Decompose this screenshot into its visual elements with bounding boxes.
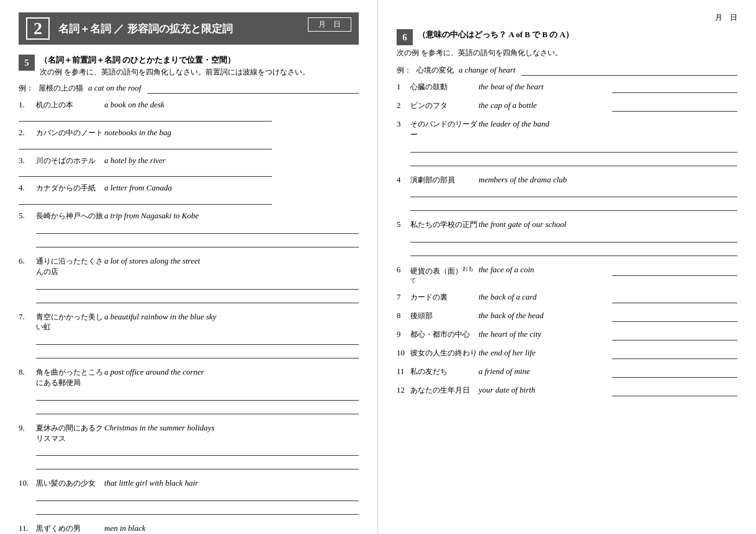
answer-line[interactable] [36,334,359,345]
item-japanese: 通りに沿ったたくさんの店 [36,256,104,277]
answer-line[interactable] [36,278,359,290]
date-box-left: 月 日 [308,17,351,32]
item-number: 8 [397,311,410,321]
item-number: 1. [19,100,36,110]
answer-line[interactable] [410,141,737,153]
page-right: 月 日 6 （意味の中心はどっち？ A of B で B の A） 次の例 を参… [378,0,756,534]
item-japanese: 黒ずくめの男 [36,523,104,534]
item-japanese: 夏休みの間にあるクリスマス [36,423,104,444]
item-japanese: 川のそばのホテル [36,156,104,166]
list-item: 2. カバンの中のノート notebooks in the bag [19,128,359,153]
answer-line[interactable] [36,504,359,515]
item-number: 9. [19,423,36,433]
answer-line[interactable] [19,194,272,205]
section6-example-english: a change of heart [459,65,515,75]
answer-line[interactable] [36,389,359,401]
answer-line[interactable] [36,347,359,358]
section6-header: 6 （意味の中心はどっち？ A of B で B の A） [397,29,737,45]
example-label: 例： [19,83,34,94]
item-japanese: 私の友だち [410,367,479,377]
answer-lines [36,389,359,417]
answer-line[interactable] [410,245,737,256]
item-number: 5 [397,220,410,229]
answer-line[interactable] [19,110,272,122]
chapter-title: 名詞＋名詞 ／ 形容詞の拡充と限定詞 [58,22,233,36]
list-item: 8 後頭部 the back of the head [397,311,737,326]
answer-line[interactable] [612,385,738,396]
section5-number: 5 [19,55,35,71]
section6-example-japanese: 心境の変化 [416,65,454,76]
answer-line[interactable] [36,292,359,303]
answer-line[interactable] [410,186,737,197]
answer-line[interactable] [410,200,737,211]
answer-line[interactable] [410,231,737,243]
answer-line[interactable] [36,445,359,456]
item-japanese: ビンのフタ [410,100,479,111]
answer-line[interactable] [19,166,272,177]
answer-line[interactable] [36,403,359,414]
answer-line[interactable] [612,367,738,378]
item-english: the back of the head [479,311,607,321]
list-item: 6. 通りに沿ったたくさんの店 a lot of stores along th… [19,256,359,309]
answer-line[interactable] [612,348,738,359]
item-number: 2. [19,128,36,138]
list-item: 12 あなたの生年月日 your date of birth [397,385,737,400]
item-japanese: 私たちの学校の正門 [410,220,479,230]
section6-number: 6 [397,29,413,45]
item-english: a friend of mine [479,367,607,376]
section5-title: （名詞＋前置詞＋名詞 のひとかたまりで位置・空間） [40,55,359,66]
item-japanese: 机の上の本 [36,100,104,110]
answer-line[interactable] [36,490,359,501]
section6-example-line[interactable] [521,65,737,76]
answer-lines [410,141,737,169]
item-number: 9 [397,329,410,339]
answer-line[interactable] [36,458,359,469]
list-item: 4. カナダからの手紙 a letter from Canada [19,183,359,208]
answer-lines [36,445,359,472]
section5-items: 1. 机の上の本 a book on the desk 2. カバンの中のノート… [19,100,359,534]
answer-lines [36,334,359,361]
answer-line[interactable] [36,236,359,247]
item-english: men in black [104,523,359,533]
answer-line[interactable] [410,155,737,166]
list-item: 7 カードの裏 the back of a card [397,292,737,307]
section6-subtitle: 次の例 を参考に、英語の語句を四角化しなさい。 [397,48,737,58]
answer-line[interactable] [612,292,738,303]
answer-line[interactable] [19,138,272,149]
answer-lines [410,186,737,213]
item-japanese: 彼女の人生の終わり [410,348,479,358]
answer-line[interactable] [612,265,738,276]
item-number: 5. [19,211,36,221]
answer-line[interactable] [612,329,738,340]
answer-line[interactable] [612,311,738,322]
answer-line[interactable] [36,223,359,234]
list-item: 6 硬貨の表（面）おもて the face of a coin [397,265,737,288]
answer-lines [36,223,359,250]
answer-line[interactable] [612,82,738,93]
list-item: 10 彼女の人生の終わり the end of her life [397,348,737,363]
list-item: 9. 夏休みの間にあるクリスマス Christmas in the summer… [19,423,359,476]
list-item: 4 演劇部の部員 members of the drama club [397,175,737,216]
answer-lines [410,231,737,259]
item-number: 11 [397,367,410,376]
item-english: members of the drama club [479,175,737,185]
item-japanese: カナダからの手紙 [36,183,104,194]
item-japanese: カードの裏 [410,292,479,303]
item-english: the front gate of our school [479,220,737,229]
item-japanese: 都心・都市の中心 [410,329,479,340]
item-number: 4 [397,175,410,185]
item-english: Christmas in the summer holidays [104,423,359,433]
item-number: 10 [397,348,410,358]
item-number: 12 [397,385,410,395]
list-item: 11. 黒ずくめの男 men in black [19,523,359,534]
list-item: 1. 机の上の本 a book on the desk [19,100,359,125]
item-english: the heart of the city [479,329,607,339]
item-japanese: 青空にかかった美しい虹 [36,312,104,333]
item-english: the cap of a bottle [479,100,607,110]
item-japanese: 硬貨の表（面）おもて [410,265,479,288]
section5-example: 例： 屋根の上の猫 a cat on the roof [19,82,359,94]
list-item: 3 そのバンドのリーダー the leader of the band [397,119,737,171]
answer-line[interactable] [612,100,738,112]
example-answer-line[interactable] [147,82,359,94]
item-english: a beautiful rainbow in the blue sky [104,312,359,322]
